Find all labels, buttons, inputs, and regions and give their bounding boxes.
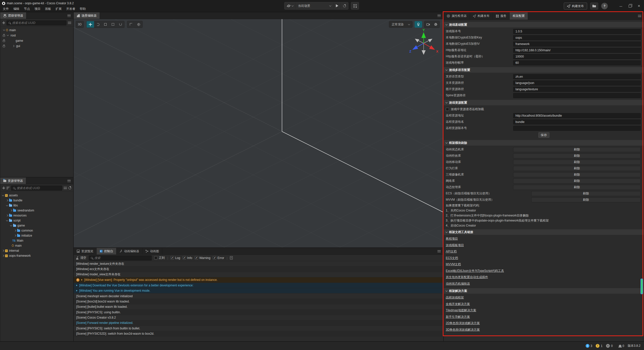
log-row[interactable]: [Window] ecs文件夹存在 xyxy=(74,267,443,272)
link-hotupdate-plugin[interactable]: 原生包热更新配置自动生成插件 xyxy=(446,275,488,279)
log-row[interactable]: [Scene] [PHYSICS2D]: switch from box2d-w… xyxy=(74,331,443,336)
remote-res-url-input[interactable] xyxy=(513,113,641,118)
window-close-button[interactable]: × xyxy=(636,4,642,9)
hierarchy-filter-icon[interactable] xyxy=(68,22,71,24)
section-language-config[interactable]: 游戏多语言配置 xyxy=(444,67,644,73)
status-info[interactable]: i 3 xyxy=(586,344,592,348)
preview-qr-button[interactable] xyxy=(351,2,359,10)
filter-log-checkbox[interactable]: ✓Log xyxy=(171,256,180,260)
section-module-trim[interactable]: 框架模块剔除 xyxy=(444,140,644,146)
menu-edit[interactable]: 编辑 xyxy=(11,6,22,12)
link-tutorial-project[interactable]: 教程项目 xyxy=(446,237,458,241)
log-row-info[interactable]: [Scene] Forward render pipeline initiali… xyxy=(74,320,443,326)
expand-arrow-icon[interactable] xyxy=(76,290,77,291)
asset-node-resources[interactable]: resources xyxy=(0,213,73,218)
help-button[interactable]: ? xyxy=(601,3,608,9)
link-template-project[interactable]: 游戏模板项目 xyxy=(446,243,464,247)
view-gizmo[interactable]: Y X Z xyxy=(407,29,440,61)
scene-light-toggle[interactable] xyxy=(415,21,422,28)
asset-node-main-scene[interactable]: main xyxy=(0,243,73,248)
sort-assets-icon[interactable] xyxy=(7,187,10,189)
log-row[interactable]: [Window] render_texture文件夹存在 xyxy=(74,261,443,267)
hierarchy-search[interactable] xyxy=(7,20,66,25)
log-row-info[interactable]: [Window] Download the Vue Devtools exten… xyxy=(74,283,443,288)
asset-node-game[interactable]: game xyxy=(0,223,73,228)
log-row[interactable]: [Scene] meshopt wasm decoder initialized xyxy=(74,293,443,299)
tab-animation-graph[interactable]: 动画图 xyxy=(142,248,162,254)
checkbox-checked[interactable]: ✓ xyxy=(195,256,198,259)
lock-icon[interactable] xyxy=(3,35,5,37)
section-solutions[interactable]: 框架解决方案 xyxy=(444,288,644,294)
menu-developer[interactable]: 开发者 xyxy=(64,6,77,12)
status-notifications[interactable]: 0 xyxy=(619,344,624,348)
log-row[interactable]: [Scene] [PHYSICS]: using builtin. xyxy=(74,310,443,315)
3d-mode-button[interactable]: 3D xyxy=(76,21,84,28)
status-error[interactable]: × 0 xyxy=(606,344,613,348)
trim-move-button[interactable]: 剔除 xyxy=(513,160,641,165)
play-button[interactable] xyxy=(334,2,341,9)
log-row[interactable]: [Scene] Cocos Creator v3.8.2 xyxy=(74,315,443,320)
asset-node-script[interactable]: script xyxy=(0,218,73,223)
remote-res-version-input[interactable] xyxy=(513,126,641,131)
tab-scene-editor[interactable]: 场景编辑器 xyxy=(74,12,100,19)
gizmo-negative-y-cone[interactable] xyxy=(422,50,426,55)
move-tool-button[interactable] xyxy=(87,21,94,28)
inspector-scrollbar-thumb[interactable] xyxy=(640,279,643,294)
menu-file[interactable]: 文件 xyxy=(1,6,11,12)
tree-node-game[interactable]: game xyxy=(0,38,73,43)
crypto-iv-input[interactable] xyxy=(513,41,641,47)
log-row[interactable]: [Window] model_view文件夹存在 xyxy=(74,272,443,277)
remote-load-checkbox[interactable] xyxy=(446,108,449,111)
tab-framework-config[interactable]: 框架配置 xyxy=(510,12,528,20)
preview-target-button[interactable] xyxy=(285,2,296,9)
http-server-input[interactable] xyxy=(513,48,641,53)
asset-node-internal[interactable]: internal xyxy=(0,248,73,253)
expand-arrow-icon[interactable] xyxy=(81,279,83,281)
link-tiledmap-solution[interactable]: Tiledmap地图解决方案 xyxy=(446,308,476,313)
spine-res-path-input[interactable] xyxy=(513,93,641,98)
menu-node[interactable]: 节点 xyxy=(22,6,32,12)
remote-res-bundle-input[interactable] xyxy=(513,119,641,124)
assets-menu-icon[interactable] xyxy=(67,180,71,182)
asset-node-bundle[interactable]: bundle xyxy=(0,198,73,203)
menu-project[interactable]: 项目 xyxy=(32,6,43,12)
lock-icon[interactable] xyxy=(3,40,5,42)
assets-search-input[interactable] xyxy=(17,186,60,190)
coordinate-toggle-button[interactable] xyxy=(135,21,142,28)
window-minimize-button[interactable]: ─ xyxy=(618,4,624,8)
tree-node-gui[interactable]: gui xyxy=(0,43,73,49)
link-ecs-docs[interactable]: ECS文档 xyxy=(446,256,458,260)
trim-animator-button[interactable]: 剔除 xyxy=(513,147,641,152)
regex-checkbox[interactable]: 正则 xyxy=(154,256,165,260)
link-excel-tool[interactable]: Excel格式转Json文件与TypeScript代码工具 xyxy=(446,269,504,273)
asset-node-assets[interactable]: assets xyxy=(0,193,73,198)
link-2d-rpg-solution[interactable]: 2D角色扮演游戏解决方案 xyxy=(446,321,480,325)
filter-error-checkbox[interactable]: ✓Error xyxy=(213,256,224,260)
tree-node-main[interactable]: main xyxy=(0,27,73,33)
asset-node-initialize[interactable]: initialize xyxy=(0,233,73,238)
tab-property-inspector[interactable]: 属性检查器 xyxy=(444,12,470,20)
tab-console[interactable]: 控制台 xyxy=(97,248,116,254)
trim-camera-button[interactable]: 剔除 xyxy=(513,172,641,177)
scene-viewport[interactable]: Y X Z 3D 正常渲染 xyxy=(74,19,443,247)
frame-rate-input[interactable] xyxy=(513,60,641,65)
hierarchy-menu-icon[interactable] xyxy=(67,15,71,17)
section-game-basic-config[interactable]: 游戏基础配置 xyxy=(444,22,644,27)
restart-button[interactable] xyxy=(341,2,348,9)
checkbox-checked[interactable]: ✓ xyxy=(213,256,216,259)
http-timeout-input[interactable] xyxy=(513,54,641,59)
filter-info-checkbox[interactable]: ✓Info xyxy=(183,256,192,260)
clear-console-button[interactable]: 清空 xyxy=(76,256,86,260)
log-row[interactable]: [Scene] [box2d]:box2d wasm lib loaded. xyxy=(74,299,443,304)
scene-camera-button[interactable] xyxy=(424,21,432,28)
tab-asset-preview[interactable]: 资源预览 xyxy=(74,248,97,254)
console-search-input[interactable] xyxy=(94,256,150,260)
link-api-docs[interactable]: API文档 xyxy=(446,249,457,254)
section-resource-config[interactable]: 游戏资源配置 xyxy=(444,100,644,105)
assets-filter-icon[interactable] xyxy=(64,187,67,189)
console-search[interactable] xyxy=(89,255,152,260)
log-row-warning[interactable]: ![Window] [Vue warn]: Property "onInput"… xyxy=(74,277,443,283)
trim-behavior-button[interactable]: 剔除 xyxy=(513,166,641,171)
lock-icon[interactable] xyxy=(3,46,5,47)
text-res-path-input[interactable] xyxy=(513,80,641,85)
